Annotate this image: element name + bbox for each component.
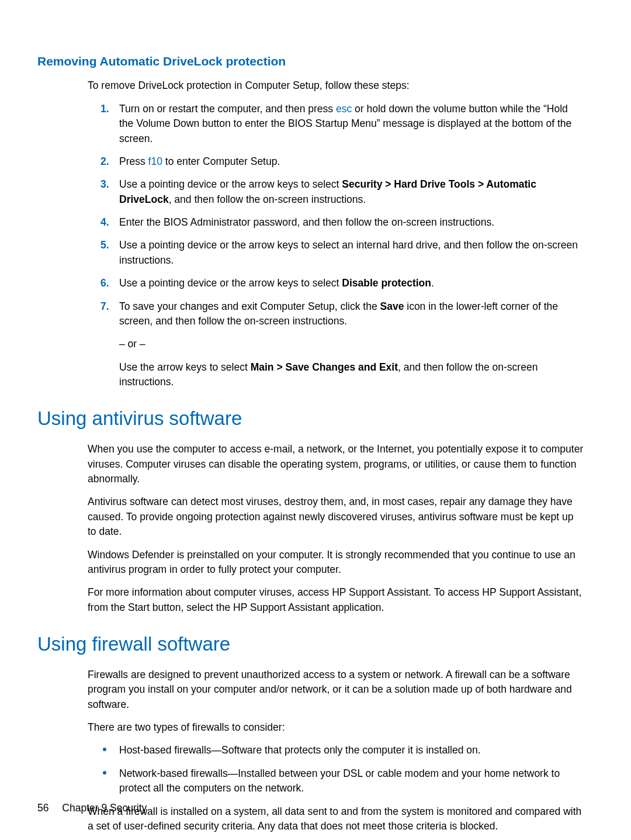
step-text: Use a pointing device or the arrow keys … [119,178,536,205]
step-text: Use a pointing device or the arrow keys … [119,277,434,289]
step-number: 5. [100,238,109,253]
step-number: 7. [100,299,109,314]
step-number: 2. [100,154,109,169]
bullet-text: Host-based firewalls—Software that prote… [119,744,481,756]
list-item: Host-based firewalls—Software that prote… [100,743,584,758]
page-number: 56 [37,801,48,815]
esc-key: esc [336,103,352,115]
firewall-p1: Firewalls are designed to prevent unauth… [88,668,584,712]
antivirus-p1: When you use the computer to access e-ma… [88,442,584,486]
step-text: Press f10 to enter Computer Setup. [119,155,280,167]
step-5: 5. Use a pointing device or the arrow ke… [100,238,584,268]
or-separator: – or – [119,337,584,351]
page-footer: 56 Chapter 9 Security [37,801,147,815]
bullet-icon [103,748,106,751]
step-text: Turn on or restart the computer, and the… [119,103,571,144]
step-number: 1. [100,102,109,116]
firewall-p3: When a firewall is installed on a system… [88,804,584,834]
antivirus-p4: For more information about computer viru… [88,585,584,615]
step-6: 6. Use a pointing device or the arrow ke… [100,276,584,291]
intro-remove: To remove DriveLock protection in Comput… [88,78,584,93]
list-item: Network-based firewalls—Installed betwee… [100,766,584,796]
heading-remove-drivelock: Removing Automatic DriveLock protection [37,53,584,70]
antivirus-p2: Antivirus software can detect most virus… [88,495,584,539]
step-number: 3. [100,177,109,192]
heading-antivirus: Using antivirus software [37,405,584,433]
step-7: 7. To save your changes and exit Compute… [100,299,584,390]
heading-firewall: Using firewall software [37,630,584,658]
antivirus-p3: Windows Defender is preinstalled on your… [88,548,584,578]
step-4: 4. Enter the BIOS Administrator password… [100,215,584,230]
step-text-alt: Use the arrow keys to select Main > Save… [119,360,584,390]
bullet-icon [103,771,106,775]
firewall-p2: There are two types of firewalls to cons… [88,720,584,735]
firewall-types-list: Host-based firewalls—Software that prote… [100,743,584,796]
step-number: 6. [100,276,109,291]
steps-list: 1. Turn on or restart the computer, and … [100,102,584,390]
main-save-bold: Main > Save Changes and Exit [251,361,398,373]
bullet-text: Network-based firewalls—Installed betwee… [119,768,560,794]
step-1: 1. Turn on or restart the computer, and … [100,102,584,146]
step-text: Enter the BIOS Administrator password, a… [119,216,494,228]
step-number: 4. [100,215,109,230]
step-2: 2. Press f10 to enter Computer Setup. [100,154,584,169]
save-bold: Save [380,300,404,312]
footer-chapter: Chapter 9 Security [62,802,147,814]
f10-key: f10 [148,155,162,167]
step-text: Use a pointing device or the arrow keys … [119,239,578,265]
step-text: To save your changes and exit Computer S… [119,299,584,329]
disable-protection-bold: Disable protection [342,277,431,289]
step-3: 3. Use a pointing device or the arrow ke… [100,177,584,207]
